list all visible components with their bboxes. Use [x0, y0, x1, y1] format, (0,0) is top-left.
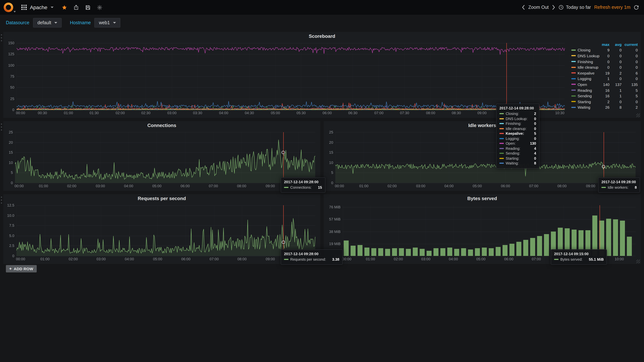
- time-shift-back-button[interactable]: [522, 5, 525, 10]
- zoom-out-button[interactable]: Zoom Out: [528, 5, 548, 10]
- legend-series-name: Reading: [578, 88, 592, 92]
- time-shift-forward-button[interactable]: [552, 5, 556, 10]
- tooltip-series-name: Closing:: [506, 111, 519, 116]
- refresh-button[interactable]: [634, 5, 639, 10]
- tooltip-series-value: 130: [526, 141, 536, 146]
- share-icon: [74, 5, 79, 10]
- series-color-icon: [554, 259, 558, 260]
- time-controls: Zoom Out Today so far Refresh every 1m: [522, 5, 639, 10]
- add-row-button[interactable]: + ADD ROW: [6, 265, 37, 272]
- requests-per-second-graph[interactable]: [6, 203, 318, 262]
- variable-hostname-value[interactable]: web1: [94, 18, 120, 28]
- row-handle[interactable]: [0, 195, 3, 205]
- tooltip-time: 2017-12-14 09:28:00: [284, 180, 322, 184]
- series-color-icon: [571, 67, 576, 68]
- panel-title-connections[interactable]: Connections: [3, 121, 320, 130]
- legend-max: 9: [598, 48, 610, 52]
- legend-avg: 0: [610, 99, 622, 104]
- panel-title-idle-workers[interactable]: Idle workers: [324, 121, 641, 130]
- graph-tooltip-requests-per-second: 2017-12-14 09:28:00 Requests per second:…: [281, 249, 343, 264]
- connections-graph[interactable]: [6, 130, 318, 189]
- legend-series-toggle[interactable]: Starting: [571, 99, 598, 104]
- tooltip-series-value: 0: [530, 136, 536, 141]
- panel-title-requests-per-second[interactable]: Requests per second: [3, 194, 320, 203]
- dashboard-picker[interactable]: Apache: [17, 0, 58, 15]
- tooltip-time: 2017-12-14 09:28:00: [500, 106, 536, 110]
- series-color-icon: [500, 143, 504, 144]
- panel-resize-handle[interactable]: [636, 260, 640, 263]
- tooltip-row: Logging:0: [500, 136, 536, 141]
- series-color-icon: [571, 101, 576, 102]
- save-button[interactable]: [85, 5, 91, 10]
- legend-max: 0: [598, 59, 610, 64]
- legend-series-toggle[interactable]: Reading: [571, 88, 598, 92]
- legend-series-name: Idle cleanup: [578, 65, 598, 69]
- legend-current: 5: [622, 88, 638, 92]
- row-handle[interactable]: [0, 122, 3, 132]
- star-icon: [62, 5, 67, 10]
- series-color-icon: [500, 158, 504, 159]
- legend-row-finishing: Finishing000: [571, 59, 638, 65]
- legend-series-toggle[interactable]: Idle cleanup: [571, 65, 598, 69]
- legend-header: maxavgcurrent: [571, 42, 638, 47]
- graph-tooltip-bytes-served: 2017-12-14 09:15:00 Bytes served:55.1 Mi…: [551, 249, 607, 264]
- legend-series-toggle[interactable]: Waiting: [571, 105, 598, 110]
- legend-series-toggle[interactable]: DNS Lookup: [571, 54, 598, 58]
- series-color-icon: [500, 128, 504, 129]
- variable-datasource: Datasource default: [6, 18, 62, 28]
- legend-series-name: Sending: [578, 94, 592, 98]
- chevron-right-icon: [552, 5, 556, 10]
- legend-avg: 8: [610, 105, 622, 110]
- legend-series-name: Closing: [578, 48, 590, 52]
- time-range-picker[interactable]: Today so far: [559, 5, 591, 10]
- tooltip-row: Finishing:0: [500, 121, 536, 126]
- legend-series-toggle[interactable]: Finishing: [571, 59, 598, 64]
- legend-row-starting: Starting200: [571, 99, 638, 105]
- series-color-icon: [284, 259, 288, 260]
- menu-caret-icon: [14, 11, 16, 13]
- series-color-icon: [500, 118, 504, 119]
- grafana-dashboard: Apache Zoom Out: [0, 0, 644, 362]
- legend-current: 0: [622, 48, 638, 52]
- variable-datasource-value[interactable]: default: [33, 18, 62, 28]
- legend-avg: 0: [610, 77, 622, 81]
- refresh-interval-picker[interactable]: Refresh every 1m: [594, 5, 630, 10]
- panel-resize-handle[interactable]: [636, 113, 640, 117]
- series-color-icon: [500, 123, 504, 124]
- tooltip-row: DNS Lookup:0: [500, 116, 536, 121]
- tooltip-row: Starting:0: [500, 156, 536, 161]
- tooltip-series-name: Requests per second:: [290, 257, 326, 262]
- row-handle[interactable]: [0, 33, 3, 43]
- idle-workers-graph[interactable]: [326, 130, 638, 189]
- refresh-icon: [634, 5, 639, 10]
- scoreboard-graph[interactable]: [6, 41, 568, 116]
- legend-current: 135: [622, 82, 638, 87]
- legend-row-idle-cleanup: Idle cleanup000: [571, 65, 638, 70]
- legend-avg: 137: [610, 82, 622, 87]
- legend-current: 0: [622, 65, 638, 69]
- caret-down-icon: [51, 7, 54, 8]
- tooltip-series-value: 0: [530, 116, 536, 121]
- tooltip-row: Waiting:8: [500, 161, 536, 166]
- series-color-icon: [500, 163, 504, 164]
- star-button[interactable]: [62, 5, 67, 10]
- legend-max: 26: [598, 105, 610, 110]
- legend-series-toggle[interactable]: Open: [571, 82, 598, 87]
- tooltip-series-name: Logging:: [506, 136, 520, 141]
- tooltip-row: Sending:4: [500, 151, 536, 156]
- panel-title-scoreboard[interactable]: Scoreboard: [3, 32, 641, 41]
- series-color-icon: [571, 55, 576, 56]
- legend-series-toggle[interactable]: Sending: [571, 94, 598, 98]
- panel-title-bytes-served[interactable]: Bytes served: [324, 194, 641, 203]
- settings-button[interactable]: [97, 5, 102, 10]
- graph-tooltip-scoreboard: 2017-12-14 09:28:00 Closing:2DNS Lookup:…: [496, 104, 540, 168]
- share-button[interactable]: [74, 5, 79, 10]
- time-range-label: Today so far: [566, 5, 591, 10]
- legend-series-toggle[interactable]: Keepalive: [571, 71, 598, 75]
- legend-series-toggle[interactable]: Closing: [571, 48, 598, 52]
- grafana-menu-button[interactable]: [0, 0, 17, 15]
- series-color-icon: [500, 153, 504, 154]
- legend-series-name: DNS Lookup: [578, 54, 600, 58]
- legend-row-sending: Sending1615: [571, 93, 638, 99]
- legend-series-toggle[interactable]: Logging: [571, 77, 598, 81]
